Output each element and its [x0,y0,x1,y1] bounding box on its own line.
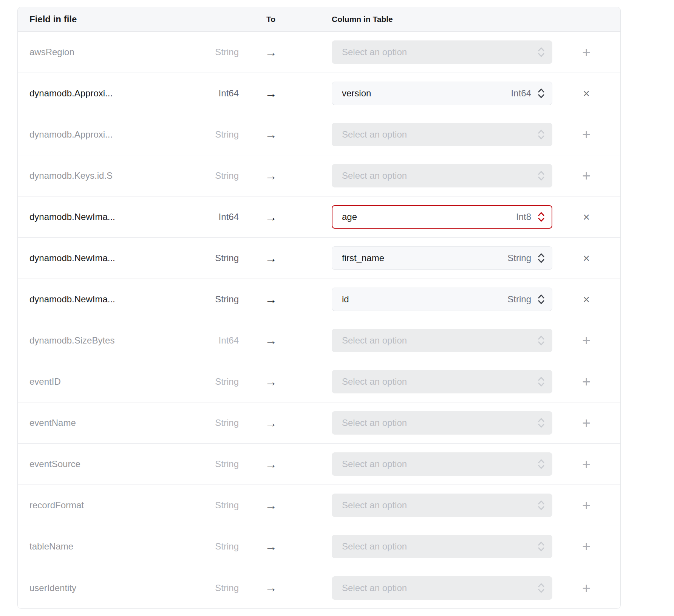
field-type: String [192,541,239,552]
column-select[interactable]: id String [332,288,552,311]
column-select[interactable]: Select an option [332,123,552,146]
field-name: dynamodb.NewIma... [18,294,192,305]
remove-mapping-button[interactable]: × [580,208,593,226]
mapping-row: recordFormat String → Select an option + [18,485,620,526]
mapping-row: dynamodb.SizeBytes Int64 → Select an opt… [18,320,620,361]
column-select[interactable]: version Int64 [332,82,552,105]
add-mapping-button[interactable]: + [579,578,594,598]
header-field-in-file: Field in file [18,14,192,25]
column-select[interactable]: age Int8 [332,205,552,229]
column-select[interactable]: Select an option [332,494,552,517]
chevron-updown-icon [537,582,545,594]
column-select[interactable]: Select an option [332,329,552,352]
mapping-row: userIdentity String → Select an option + [18,567,620,608]
remove-mapping-button[interactable]: × [580,249,593,267]
column-select[interactable]: Select an option [332,452,552,476]
field-name: eventID [18,376,192,387]
column-select-value: Select an option [342,541,537,552]
chevron-updown-icon [537,169,545,182]
column-select[interactable]: Select an option [332,370,552,393]
add-mapping-button[interactable]: + [579,124,594,145]
column-select-value: Select an option [342,459,537,469]
mapping-row: dynamodb.Keys.id.S String → Select an op… [18,155,620,197]
field-name: dynamodb.NewIma... [18,212,192,222]
arrow-icon: → [239,498,303,512]
field-name: tableName [18,541,192,552]
column-select[interactable]: first_name String [332,246,552,270]
mapping-row: dynamodb.NewIma... String → first_name S… [18,238,620,279]
column-type-label: String [507,253,531,263]
field-type: String [192,294,239,305]
column-select[interactable]: Select an option [332,411,552,435]
chevron-updown-icon [537,87,545,100]
field-name: awsRegion [18,47,192,57]
mapping-rows: awsRegion String → Select an option + dy… [18,32,620,608]
column-select-value: Select an option [342,500,537,511]
field-type: Int64 [192,212,239,222]
column-select-value: Select an option [342,335,537,346]
chevron-updown-icon [537,293,545,306]
arrow-icon: → [239,87,303,101]
field-mapping-table: Field in file To Column in Table awsRegi… [17,7,621,609]
column-select-value: Select an option [342,583,537,593]
field-type: String [192,418,239,428]
column-select-value: id [342,294,507,305]
column-select[interactable]: Select an option [332,535,552,558]
chevron-updown-icon [537,252,545,265]
column-select[interactable]: Select an option [332,576,552,600]
arrow-icon: → [239,375,303,389]
header-column-in-table: Column in Table [303,15,552,24]
column-select-value: version [342,88,511,99]
chevron-updown-icon [537,334,545,347]
column-select-value: age [342,212,516,222]
field-name: eventName [18,418,192,428]
mapping-row: eventID String → Select an option + [18,361,620,402]
add-mapping-button[interactable]: + [579,371,594,392]
column-select[interactable]: Select an option [332,164,552,187]
table-header-row: Field in file To Column in Table [18,7,620,32]
field-name: dynamodb.NewIma... [18,253,192,263]
chevron-updown-icon [537,540,545,553]
add-mapping-button[interactable]: + [579,330,594,351]
arrow-icon: → [239,210,303,224]
column-select[interactable]: Select an option [332,40,552,64]
arrow-icon: → [239,128,303,142]
field-type: Int64 [192,88,239,99]
field-name: dynamodb.SizeBytes [18,335,192,346]
column-type-label: Int64 [511,88,531,99]
mapping-row: tableName String → Select an option + [18,526,620,567]
remove-mapping-button[interactable]: × [580,291,593,308]
column-type-label: Int8 [516,212,531,222]
column-select-value: Select an option [342,170,537,181]
field-type: String [192,47,239,57]
add-mapping-button[interactable]: + [579,413,594,433]
column-select-value: Select an option [342,47,537,57]
mapping-row: awsRegion String → Select an option + [18,32,620,73]
mapping-row: dynamodb.Approxi... String → Select an o… [18,114,620,155]
chevron-updown-icon [537,458,545,471]
arrow-icon: → [239,334,303,348]
arrow-icon: → [239,293,303,306]
mapping-row: eventName String → Select an option + [18,402,620,444]
arrow-icon: → [239,416,303,430]
chevron-updown-icon [537,416,545,429]
remove-mapping-button[interactable]: × [580,85,593,102]
add-mapping-button[interactable]: + [579,166,594,186]
header-to: To [239,15,303,24]
field-type: Int64 [192,335,239,346]
arrow-icon: → [239,457,303,471]
arrow-icon: → [239,45,303,59]
chevron-updown-icon [537,46,545,59]
mapping-row: dynamodb.Approxi... Int64 → version Int6… [18,73,620,114]
mapping-row: dynamodb.NewIma... String → id String × [18,279,620,320]
add-mapping-button[interactable]: + [579,42,594,62]
add-mapping-button[interactable]: + [579,454,594,474]
field-name: eventSource [18,459,192,469]
column-select-value: Select an option [342,418,537,428]
add-mapping-button[interactable]: + [579,495,594,515]
field-type: String [192,500,239,511]
field-name: dynamodb.Approxi... [18,88,192,99]
arrow-icon: → [239,251,303,265]
column-select-value: first_name [342,253,507,263]
add-mapping-button[interactable]: + [579,536,594,557]
